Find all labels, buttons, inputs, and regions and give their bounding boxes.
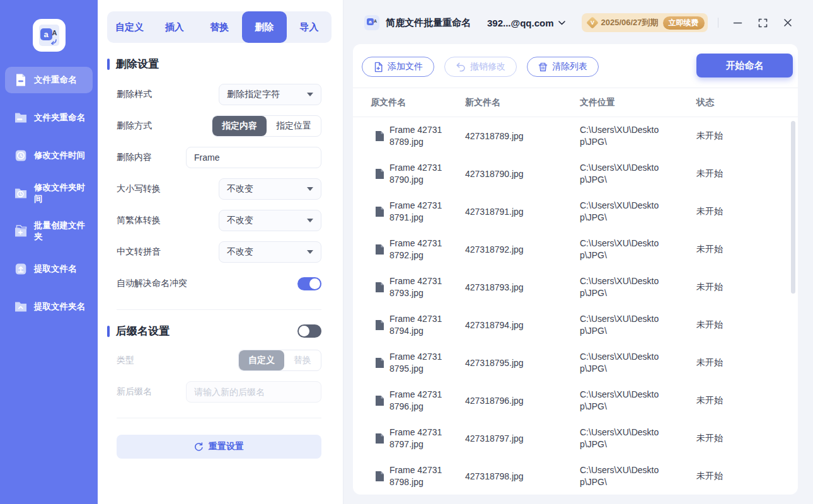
status-label: 未开始 (696, 130, 798, 142)
suffix-type-replace-option[interactable]: 替换 (284, 350, 321, 370)
suffix-type-segmented: 自定义 替换 (238, 350, 321, 371)
tab-label: 导入 (299, 21, 318, 33)
sidebar-item-folder-rename[interactable]: 文件夹重命名 (5, 105, 93, 131)
status-label: 未开始 (696, 244, 798, 255)
new-file-name: 427318792.jpg (465, 244, 580, 255)
status-label: 未开始 (696, 471, 798, 482)
simplified-traditional-select[interactable]: 不改变 (219, 210, 321, 231)
renew-button[interactable]: 立即续费 (663, 16, 705, 30)
reset-settings-label: 重置设置 (209, 441, 244, 452)
sidebar-nav: 文件重命名 文件夹重命名 修改文件时间 修改文件夹时间 批量创建文件夹 (0, 67, 98, 320)
pinyin-convert-select[interactable]: 不改变 (219, 241, 321, 263)
delete-mode-label: 删除方式 (117, 120, 152, 132)
scrollbar-thumb[interactable] (791, 121, 795, 294)
chevron-down-icon (307, 250, 313, 254)
file-icon (375, 471, 384, 482)
table-row[interactable]: Frame 427318795.jpg 427318795.jpg C:\Use… (353, 344, 798, 382)
start-rename-button[interactable]: 开始命名 (696, 54, 793, 77)
file-icon (375, 168, 384, 180)
reset-settings-button[interactable]: 重置设置 (117, 435, 321, 459)
new-suffix-input[interactable] (186, 381, 321, 403)
suffix-settings-title: 后缀名设置 (116, 324, 297, 338)
new-suffix-label: 新后缀名 (117, 386, 152, 398)
delete-content-input[interactable] (186, 147, 321, 168)
tab-replace[interactable]: 替换 (197, 11, 241, 43)
status-label: 未开始 (696, 319, 798, 331)
chevron-down-icon (307, 219, 313, 222)
sidebar-item-file-rename[interactable]: 文件重命名 (5, 67, 93, 93)
clear-list-button[interactable]: 清除列表 (527, 57, 599, 77)
table-row[interactable]: Frame 427318790.jpg 427318790.jpg C:\Use… (353, 155, 798, 193)
folder-time-icon (13, 186, 28, 201)
file-location: C:\Users\XU\Desktop\JPG\ (580, 200, 663, 224)
mode-tabbar: 自定义 插入 替换 删除 导入 (107, 11, 332, 43)
table-row[interactable]: Frame 427318796.jpg 427318796.jpg C:\Use… (353, 382, 798, 420)
delete-mode-position-option[interactable]: 指定位置 (267, 116, 321, 136)
license-badge: V 2025/06/27到期 立即续费 (582, 13, 708, 32)
sidebar-item-extract-filename[interactable]: 提取文件名 (5, 256, 93, 282)
tab-label: 替换 (210, 21, 229, 33)
suffix-type-custom-option[interactable]: 自定义 (239, 350, 284, 370)
new-file-name: 427318789.jpg (465, 131, 580, 141)
header-original-name: 原文件名 (371, 97, 465, 108)
vip-diamond-icon: V (586, 16, 599, 29)
undo-changes-button[interactable]: 撤销修改 (444, 57, 517, 77)
file-location: C:\Users\XU\Desktop\JPG\ (580, 389, 663, 413)
header-new-name: 新文件名 (465, 97, 580, 108)
tab-insert[interactable]: 插入 (152, 11, 197, 43)
add-files-button[interactable]: 添加文件 (362, 57, 434, 77)
original-file-name: Frame 427318796.jpg (389, 389, 445, 413)
tab-delete[interactable]: 删除 (242, 11, 287, 43)
maximize-icon (758, 18, 768, 28)
new-file-name: 427318798.jpg (465, 471, 580, 481)
table-row[interactable]: Frame 427318797.jpg 427318797.jpg C:\Use… (353, 420, 798, 457)
sidebar-item-label: 批量创建文件夹 (34, 220, 93, 243)
table-row[interactable]: Frame 427318791.jpg 427318791.jpg C:\Use… (353, 193, 798, 231)
tab-label: 插入 (165, 21, 184, 33)
delete-mode-content-option[interactable]: 指定内容 (212, 116, 267, 136)
suffix-settings-toggle[interactable] (297, 324, 321, 338)
original-file-name: Frame 427318798.jpg (389, 464, 445, 488)
status-label: 未开始 (696, 357, 798, 369)
divider (117, 418, 321, 418)
sidebar-item-label: 文件夹重命名 (34, 112, 85, 123)
new-file-name: 427318790.jpg (465, 169, 580, 179)
delete-content-label: 删除内容 (117, 152, 152, 163)
file-location: C:\Users\XU\Desktop\JPG\ (580, 238, 663, 261)
minimize-icon (733, 18, 742, 28)
sidebar-item-file-time[interactable]: 修改文件时间 (5, 142, 93, 169)
file-time-icon (13, 148, 28, 163)
table-row[interactable]: Frame 427318789.jpg 427318789.jpg C:\Use… (353, 117, 798, 155)
file-list-card: 添加文件 撤销修改 清除列表 开始命名 原文件名 新文件名 文件位置 状态 (353, 44, 798, 495)
conflict-toggle-label: 自动解决命名冲突 (117, 278, 187, 289)
tab-import[interactable]: 导入 (287, 11, 332, 43)
file-icon (375, 206, 384, 217)
conflict-toggle[interactable] (297, 277, 321, 290)
refresh-icon (194, 442, 204, 452)
table-row[interactable]: Frame 427318798.jpg 427318798.jpg C:\Use… (353, 457, 798, 495)
maximize-button[interactable] (758, 18, 768, 28)
delete-style-select[interactable]: 删除指定字符 (219, 84, 321, 105)
sidebar-item-folder-time[interactable]: 修改文件夹时间 (5, 180, 93, 207)
tab-label: 自定义 (115, 21, 144, 33)
new-file-name: 427318797.jpg (465, 433, 580, 444)
clear-list-icon (538, 62, 548, 72)
file-icon (375, 244, 384, 255)
file-location: C:\Users\XU\Desktop\JPG\ (580, 275, 663, 299)
status-label: 未开始 (696, 433, 798, 444)
table-row[interactable]: Frame 427318793.jpg 427318793.jpg C:\Use… (353, 268, 798, 306)
tab-custom[interactable]: 自定义 (107, 11, 152, 43)
new-file-name: 427318795.jpg (465, 358, 580, 368)
sidebar-item-folder-create[interactable]: 批量创建文件夹 (5, 218, 93, 244)
license-expiry: 2025/06/27到期 (601, 17, 659, 28)
sidebar-item-extract-foldername[interactable]: 提取文件夹名 (5, 294, 93, 320)
minimize-button[interactable] (733, 18, 742, 28)
table-row[interactable]: Frame 427318794.jpg 427318794.jpg C:\Use… (353, 306, 798, 344)
file-icon (375, 130, 384, 142)
close-icon (783, 18, 792, 27)
close-button[interactable] (783, 18, 792, 27)
file-location: C:\Users\XU\Desktop\JPG\ (580, 351, 663, 375)
case-convert-select[interactable]: 不改变 (219, 178, 321, 200)
table-row[interactable]: Frame 427318792.jpg 427318792.jpg C:\Use… (353, 231, 798, 268)
account-dropdown[interactable]: 392...@qq.com (487, 18, 565, 28)
